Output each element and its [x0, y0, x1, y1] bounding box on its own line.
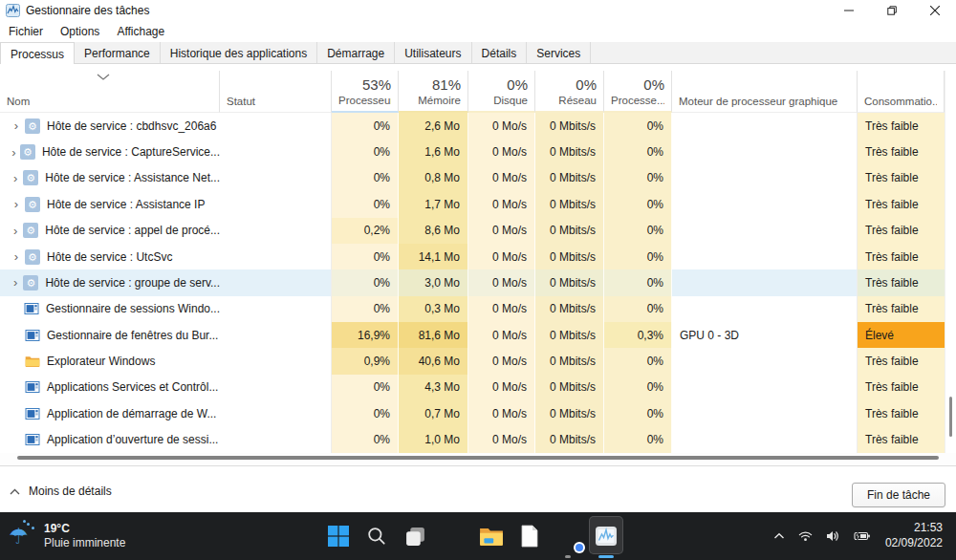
window-icon	[25, 406, 40, 421]
process-row[interactable]: Application de démarrage de W...0%0,7 Mo…	[0, 400, 945, 426]
tab-processus[interactable]: Processus	[0, 42, 75, 64]
menu-item-options[interactable]: Options	[52, 22, 108, 41]
memory-cell: 8,6 Mo	[399, 218, 468, 244]
active-indicator	[598, 555, 614, 558]
process-row[interactable]: Gestionnaire de sessions Windo...0%0,3 M…	[0, 296, 945, 322]
tab-performance[interactable]: Performance	[75, 42, 161, 63]
expand-chevron-icon[interactable]: ›	[8, 275, 23, 290]
disk-cell: 0 Mo/s	[468, 244, 535, 269]
tab-utilisateurs[interactable]: Utilisateurs	[395, 42, 471, 63]
network-cell: 0 Mbits/s	[535, 165, 604, 191]
tab-d-tails[interactable]: Détails	[472, 42, 528, 63]
folder-icon	[25, 354, 40, 369]
taskbar-notepad-button[interactable]	[511, 512, 549, 560]
horizontal-scrollbar[interactable]	[0, 453, 956, 465]
process-row[interactable]: Application d’ouverture de sessi...0%1,0…	[0, 427, 945, 453]
search-icon	[366, 526, 387, 547]
end-task-button[interactable]: Fin de tâche	[852, 483, 945, 507]
gpu-cell: 0%	[604, 113, 672, 139]
process-row[interactable]: ›⚙Hôte de service : cbdhsvc_206a60%2,6 M…	[0, 113, 945, 139]
gear-icon: ⚙	[23, 223, 38, 238]
status-cell	[220, 244, 332, 269]
expand-chevron-icon[interactable]: ›	[8, 197, 25, 211]
taskbar-search-button[interactable]	[358, 512, 396, 560]
expand-chevron-icon[interactable]: ›	[8, 224, 23, 238]
taskbar-chrome-button[interactable]	[549, 512, 587, 560]
process-row[interactable]: ›⚙Hôte de service : Assistance Net...0%0…	[0, 165, 945, 191]
gear-icon: ⚙	[23, 275, 38, 291]
status-cell	[220, 113, 332, 139]
disk-cell: 0 Mo/s	[468, 218, 535, 244]
gpu-engine-cell	[672, 400, 858, 426]
battery-charging-icon[interactable]	[847, 519, 878, 553]
tab-d-marrage[interactable]: Démarrage	[317, 42, 395, 63]
process-row[interactable]: Explorateur Windows0,9%40,6 Mo0 Mo/s0 Mb…	[0, 348, 945, 374]
column-header-consommatio[interactable]: Consommatio...	[858, 71, 945, 113]
process-name: Hôte de service : Assistance Net...	[45, 171, 220, 184]
taskbar-file-explorer-button[interactable]	[472, 512, 511, 560]
vertical-scrollbar[interactable]	[945, 71, 956, 453]
tab-services[interactable]: Services	[527, 42, 591, 63]
taskbar-icons	[319, 512, 625, 560]
network-cell: 0 Mbits/s	[535, 244, 604, 269]
power-usage-cell: Très faible	[858, 165, 945, 191]
gpu-engine-cell	[672, 191, 858, 217]
weather-widget[interactable]: ☂ 19°C Pluie imminente	[8, 512, 125, 560]
column-label: Processe...	[611, 94, 664, 108]
column-header-moteur-de-processeur-graphique[interactable]: Moteur de processeur graphique	[672, 71, 858, 113]
column-header-r-seau[interactable]: 0%Réseau	[535, 71, 604, 113]
process-row[interactable]: ›⚙Hôte de service : CaptureService...0%1…	[0, 139, 945, 164]
memory-cell: 0,7 Mo	[399, 400, 468, 426]
cpu-cell: 0%	[332, 427, 399, 453]
memory-cell: 3,0 Mo	[399, 269, 468, 295]
column-usage: 0%	[611, 76, 664, 94]
column-header-nom[interactable]: Nom	[0, 71, 220, 113]
disk-cell: 0 Mo/s	[468, 322, 535, 348]
process-row[interactable]: Applications Services et Contrôl...0%4,3…	[0, 375, 945, 400]
column-header-processe[interactable]: 0%Processe...	[604, 71, 672, 113]
tray-overflow-chevron-icon[interactable]	[767, 519, 792, 553]
column-header-processeur[interactable]: 53%Processeur	[332, 71, 399, 113]
expand-chevron-icon[interactable]: ›	[8, 118, 25, 133]
menu-item-affichage[interactable]: Affichage	[108, 22, 173, 41]
process-name: Application d’ouverture de sessi...	[47, 433, 218, 446]
taskbar-task-manager-button[interactable]	[587, 512, 625, 560]
power-usage-cell: Très faible	[858, 139, 945, 164]
wifi-icon[interactable]	[792, 519, 819, 553]
taskbar-edge-button[interactable]	[434, 512, 472, 560]
process-row[interactable]: ›⚙Hôte de service : UtcSvc0%14,1 Mo0 Mo/…	[0, 244, 945, 269]
process-row[interactable]: ›⚙Hôte de service : Assistance IP0%1,7 M…	[0, 191, 945, 217]
column-label: Réseau	[542, 94, 597, 108]
process-row[interactable]: ›⚙Hôte de service : appel de procé...0,2…	[0, 218, 945, 244]
minimize-button[interactable]	[827, 0, 870, 21]
menu-item-fichier[interactable]: Fichier	[0, 22, 52, 41]
cpu-cell: 0%	[332, 139, 399, 164]
volume-icon[interactable]	[819, 519, 847, 553]
process-row[interactable]: ›⚙Hôte de service : groupe de serv...0%3…	[0, 269, 945, 295]
process-name-cell: ›⚙Hôte de service : cbdhsvc_206a6	[0, 113, 220, 139]
restore-button[interactable]	[870, 0, 913, 21]
vertical-scrollbar-thumb[interactable]	[949, 397, 952, 437]
taskbar-task-view-button[interactable]	[396, 512, 434, 560]
memory-cell: 4,3 Mo	[399, 375, 468, 400]
status-cell	[220, 348, 332, 374]
column-header-statut[interactable]: Statut	[220, 71, 332, 113]
process-name-cell: ›⚙Hôte de service : Assistance IP	[0, 191, 220, 217]
network-cell: 0 Mbits/s	[535, 269, 604, 295]
details-toggle[interactable]: Moins de détails	[10, 485, 112, 498]
memory-cell: 81,6 Mo	[399, 322, 468, 348]
column-header-disque[interactable]: 0%Disque	[468, 71, 535, 113]
column-header-m-moire[interactable]: 81%Mémoire	[399, 71, 468, 113]
process-name-cell: ›⚙Hôte de service : UtcSvc	[0, 244, 220, 269]
expand-chevron-icon[interactable]: ›	[8, 171, 23, 185]
horizontal-scrollbar-thumb[interactable]	[17, 456, 939, 460]
column-label: Disque	[475, 94, 528, 108]
expand-chevron-icon[interactable]: ›	[8, 249, 25, 264]
taskbar-start-button[interactable]	[319, 512, 358, 560]
expand-chevron-icon[interactable]: ›	[8, 145, 20, 160]
close-button[interactable]	[913, 0, 956, 21]
tab-historique-des-applications[interactable]: Historique des applications	[161, 42, 317, 63]
process-row[interactable]: Gestionnaire de fenêtres du Bur...16,9%8…	[0, 322, 945, 348]
clock[interactable]: 21:53 02/09/2022	[885, 521, 943, 550]
process-name: Explorateur Windows	[47, 355, 155, 368]
